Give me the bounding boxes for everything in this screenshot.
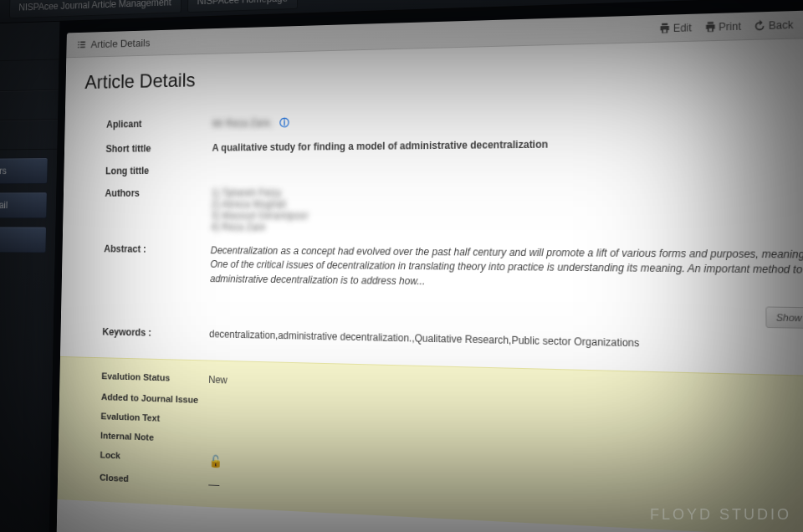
sidebar-item-articles[interactable]: ticles (0, 59, 59, 92)
back-label: Back (769, 18, 794, 31)
short-title-label: Short tittle (84, 142, 212, 155)
undo-icon (754, 19, 765, 31)
author-line: 3) Masoud Geramipoor (211, 210, 803, 223)
list-icon (77, 39, 87, 49)
keywords-value: decentralization,administrative decentra… (209, 329, 803, 355)
authors-label: Authors (82, 187, 212, 233)
back-action[interactable]: Back (754, 18, 793, 32)
sidebar-lists-button[interactable]: Lists (0, 226, 47, 253)
lock-label: Lock (78, 449, 207, 468)
author-line: 2) Alireza Moghali (211, 197, 803, 210)
short-title-value: A qualitative study for finding a model … (212, 135, 803, 153)
nav-journal-management-button[interactable]: NISPAcee Journal Article Management (9, 0, 182, 18)
applicant-label: Aplicant (84, 117, 212, 132)
abstract-label: Abstract : (81, 243, 211, 286)
authors-value: 1) Tahereh Feizy 2) Alireza Moghali 3) M… (211, 185, 803, 235)
sidebar-item-with-article[interactable]: with article (0, 29, 59, 63)
content-area: Article Details Aplicant Mr Reza Zare, ⓘ… (57, 36, 803, 532)
watermark: FLOYD STUDIO (650, 506, 791, 524)
sidebar-groupmail-label: Group mail (0, 200, 8, 211)
row-authors: Authors 1) Tahereh Feizy 2) Alireza Mogh… (82, 179, 803, 242)
eval-status-label: Evalution Status (79, 371, 208, 386)
page-title: Article Details (84, 53, 803, 93)
panel-header-title: Article Details (90, 37, 150, 50)
abstract-value: Decentralization as a concept had evolve… (210, 244, 803, 295)
closed-label: Closed (77, 472, 207, 491)
sidebar-section-articles: RTICLES (0, 90, 59, 122)
row-abstract: Abstract : Decentralization as a concept… (81, 238, 803, 301)
applicant-value: Mr Reza Zare, ⓘ (212, 107, 803, 130)
print-icon (704, 21, 716, 33)
print-icon (659, 23, 671, 34)
main-panel: Article Details Edit Print Back (56, 8, 803, 532)
sidebar-section-reviews: REVIEWS (0, 120, 58, 151)
author-line: 4) Reza Zare (211, 221, 803, 235)
internal-note-label: Internal Note (78, 430, 207, 445)
edit-label: Edit (673, 22, 692, 34)
unlock-icon[interactable]: 🔓 (207, 454, 222, 468)
minus-icon: — (207, 478, 219, 491)
print-action[interactable]: Print (704, 20, 741, 33)
sidebar: with article ticles RTICLES REVIEWS Rewe… (0, 22, 59, 532)
eval-text-label: Evalution Text (79, 411, 208, 425)
nav-homepage-button[interactable]: NISPAcee Homepage (187, 0, 299, 13)
edit-action[interactable]: Edit (659, 22, 692, 34)
sidebar-groupmail-button[interactable]: Group mail (0, 192, 48, 218)
keywords-label: Keywords : (80, 326, 210, 340)
added-issue-label: Added to Journal Issue (79, 391, 208, 406)
print-label: Print (719, 20, 741, 33)
long-title-value (212, 160, 803, 176)
sidebar-reviewers-button[interactable]: Rewewers (0, 157, 49, 184)
show-full-abstract-button[interactable]: Show full abstract (766, 307, 803, 330)
info-icon[interactable]: ⓘ (279, 117, 289, 129)
sidebar-reviewers-label: Rewewers (0, 166, 7, 176)
long-title-label: Long tittle (83, 165, 212, 176)
row-keywords: Keywords : decentralization,administrati… (79, 320, 803, 361)
author-line: 1) Tahereh Feizy (212, 185, 803, 198)
